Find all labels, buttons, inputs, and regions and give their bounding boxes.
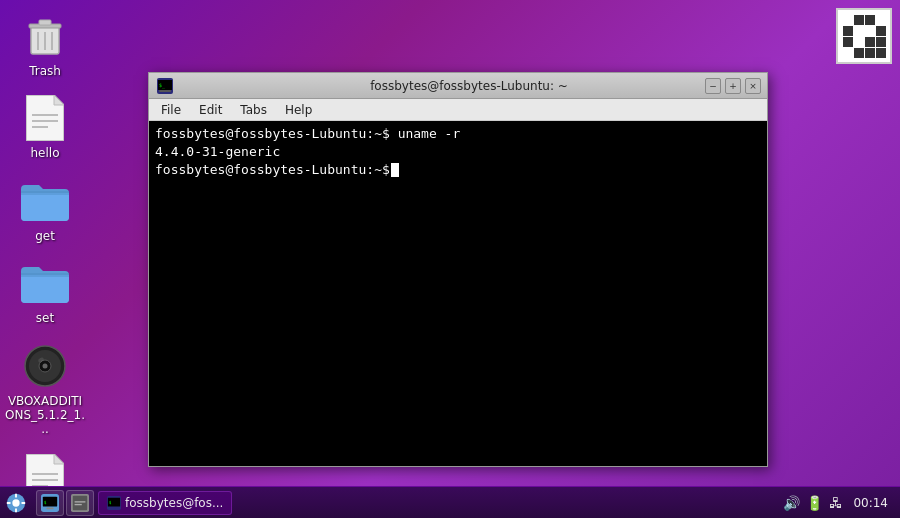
logo-cell (854, 48, 864, 58)
terminal-line-1: fossbytes@fossbytes-Lubuntu:~$ uname -r (155, 125, 761, 143)
menu-help[interactable]: Help (277, 101, 320, 119)
taskbar-terminal-label: fossbytes@fos... (125, 496, 223, 510)
logo-cell (854, 15, 864, 25)
desktop-icon-trash[interactable]: Trash (0, 8, 90, 82)
desktop-icons-panel: Trash hello (0, 0, 90, 518)
svg-text:$_: $_ (159, 82, 166, 89)
hello-label: hello (31, 146, 60, 160)
trash-label: Trash (29, 64, 61, 78)
close-button[interactable]: × (745, 78, 761, 94)
logo-grid (843, 15, 886, 58)
trash-icon-img (21, 12, 69, 60)
logo-cell (854, 37, 864, 47)
terminal-title: fossbytes@fossbytes-Lubuntu: ~ (179, 79, 759, 93)
menu-edit[interactable]: Edit (191, 101, 230, 119)
logo-cell (854, 26, 864, 36)
svg-marker-7 (54, 95, 64, 105)
desktop-icon-get[interactable]: get (0, 173, 90, 247)
terminal-window-icon: $_ (157, 78, 173, 94)
corner-logo (836, 8, 892, 64)
menu-tabs[interactable]: Tabs (232, 101, 275, 119)
start-button[interactable] (0, 487, 32, 519)
volume-tray-icon[interactable]: 🔊 (783, 495, 800, 511)
logo-cell (876, 26, 886, 36)
logo-cell (843, 15, 853, 25)
svg-point-14 (43, 363, 48, 368)
svg-marker-17 (54, 454, 64, 464)
vboxadditions-label: VBOXADDITIONS_5.1.2_1... (4, 394, 86, 437)
logo-cell (865, 26, 875, 36)
taskbar-app-2[interactable] (66, 490, 94, 516)
terminal-prompt: fossbytes@fossbytes-Lubuntu:~$ (155, 161, 390, 179)
logo-cell (843, 48, 853, 58)
desktop: Trash hello (0, 0, 900, 518)
battery-tray-icon[interactable]: 🔋 (806, 495, 823, 511)
taskbar-app-1[interactable]: $ (36, 490, 64, 516)
minimize-button[interactable]: − (705, 78, 721, 94)
terminal-titlebar: $_ fossbytes@fossbytes-Lubuntu: ~ − + × (149, 73, 767, 99)
logo-cell (876, 15, 886, 25)
menu-file[interactable]: File (153, 101, 189, 119)
taskbar: $ $ fossbytes@fos... 🔊 (0, 486, 900, 518)
svg-rect-33 (75, 501, 86, 502)
svg-rect-32 (73, 495, 87, 509)
window-controls: − + × (705, 78, 761, 94)
get-icon-img (21, 177, 69, 225)
get-label: get (35, 229, 55, 243)
logo-cell (865, 48, 875, 58)
terminal-menubar: File Edit Tabs Help (149, 99, 767, 121)
svg-rect-2 (39, 20, 51, 25)
svg-rect-23 (159, 90, 171, 92)
taskbar-terminal-button[interactable]: $ fossbytes@fos... (98, 491, 232, 515)
terminal-line-2: 4.4.0-31-generic (155, 143, 761, 161)
desktop-icon-set[interactable]: set (0, 255, 90, 329)
network-tray-icon[interactable]: 🖧 (829, 495, 843, 511)
maximize-button[interactable]: + (725, 78, 741, 94)
logo-cell (876, 37, 886, 47)
taskbar-systray: 🔊 🔋 🖧 00:14 (775, 495, 900, 511)
terminal-cursor (391, 163, 399, 177)
terminal-window: $_ fossbytes@fossbytes-Lubuntu: ~ − + × … (148, 72, 768, 467)
logo-cell (876, 48, 886, 58)
svg-text:$: $ (109, 499, 112, 504)
logo-cell (843, 26, 853, 36)
desktop-icon-vboxadditions[interactable]: VBOXADDITIONS_5.1.2_1... (0, 338, 90, 441)
logo-cell (865, 15, 875, 25)
svg-rect-34 (75, 503, 82, 504)
taskbar-clock: 00:14 (849, 496, 892, 510)
terminal-body[interactable]: fossbytes@fossbytes-Lubuntu:~$ uname -r … (149, 121, 767, 466)
taskbar-apps: $ (32, 490, 98, 516)
set-icon-img (21, 259, 69, 307)
svg-rect-29 (46, 507, 53, 509)
vboxadditions-icon-img (21, 342, 69, 390)
logo-cell (843, 37, 853, 47)
svg-point-26 (12, 499, 19, 506)
desktop-icon-hello[interactable]: hello (0, 90, 90, 164)
terminal-line-3: fossbytes@fossbytes-Lubuntu:~$ (155, 161, 761, 179)
svg-text:$: $ (44, 499, 47, 504)
hello-icon-img (21, 94, 69, 142)
logo-cell (865, 37, 875, 47)
set-label: set (36, 311, 54, 325)
